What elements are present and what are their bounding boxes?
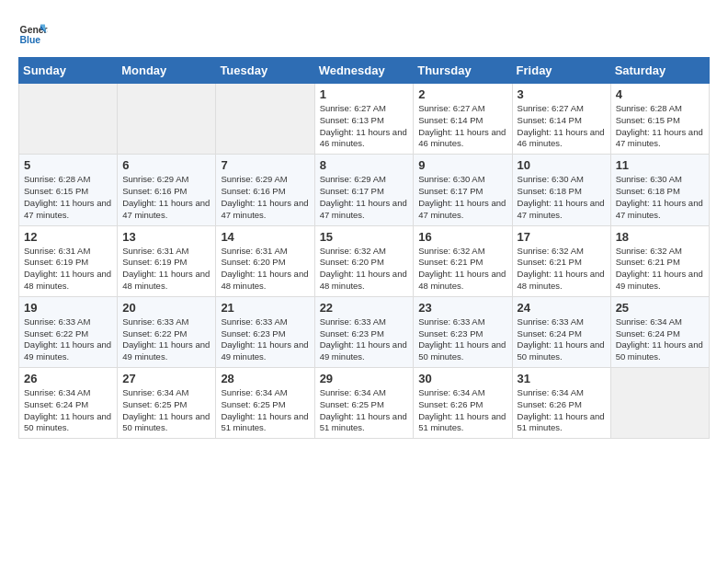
day-number: 28 [221, 372, 309, 385]
cell-text: Sunrise: 6:33 AM Sunset: 6:23 PM Dayligh… [320, 316, 409, 363]
cell-text: Sunrise: 6:32 AM Sunset: 6:21 PM Dayligh… [616, 246, 704, 293]
calendar-week-3: 12Sunrise: 6:31 AM Sunset: 6:19 PM Dayli… [19, 225, 710, 296]
calendar-week-1: 1Sunrise: 6:27 AM Sunset: 6:13 PM Daylig… [19, 84, 710, 155]
day-number: 14 [221, 230, 309, 244]
calendar-cell [19, 84, 118, 155]
weekday-header-thursday: Thursday [414, 58, 512, 84]
weekday-header-wednesday: Wednesday [314, 58, 414, 84]
calendar-cell [118, 84, 216, 155]
cell-text: Sunrise: 6:34 AM Sunset: 6:26 PM Dayligh… [518, 387, 606, 434]
calendar-cell: 15Sunrise: 6:32 AM Sunset: 6:20 PM Dayli… [314, 225, 414, 296]
cell-text: Sunrise: 6:32 AM Sunset: 6:20 PM Dayligh… [320, 246, 409, 293]
cell-text: Sunrise: 6:32 AM Sunset: 6:21 PM Dayligh… [518, 246, 606, 293]
cell-text: Sunrise: 6:29 AM Sunset: 6:17 PM Dayligh… [320, 174, 409, 221]
calendar-cell: 8Sunrise: 6:29 AM Sunset: 6:17 PM Daylig… [314, 155, 414, 225]
cell-text: Sunrise: 6:33 AM Sunset: 6:22 PM Dayligh… [24, 316, 112, 363]
cell-text: Sunrise: 6:30 AM Sunset: 6:18 PM Dayligh… [616, 174, 704, 221]
day-number: 21 [221, 301, 309, 315]
calendar-cell: 18Sunrise: 6:32 AM Sunset: 6:21 PM Dayli… [610, 225, 709, 296]
calendar-cell: 21Sunrise: 6:33 AM Sunset: 6:23 PM Dayli… [216, 296, 314, 367]
logo-icon: General Blue [18, 18, 48, 48]
calendar-cell: 30Sunrise: 6:34 AM Sunset: 6:26 PM Dayli… [414, 368, 512, 439]
calendar-cell: 23Sunrise: 6:33 AM Sunset: 6:23 PM Dayli… [414, 296, 512, 367]
calendar-cell: 25Sunrise: 6:34 AM Sunset: 6:24 PM Dayli… [610, 296, 709, 367]
calendar-cell: 14Sunrise: 6:31 AM Sunset: 6:20 PM Dayli… [216, 225, 314, 296]
day-number: 31 [518, 372, 606, 385]
cell-text: Sunrise: 6:34 AM Sunset: 6:24 PM Dayligh… [616, 316, 704, 363]
calendar-cell: 27Sunrise: 6:34 AM Sunset: 6:25 PM Dayli… [118, 368, 216, 439]
cell-text: Sunrise: 6:33 AM Sunset: 6:22 PM Dayligh… [122, 316, 210, 363]
calendar-week-5: 26Sunrise: 6:34 AM Sunset: 6:24 PM Dayli… [19, 368, 710, 439]
cell-text: Sunrise: 6:30 AM Sunset: 6:17 PM Dayligh… [418, 174, 506, 221]
calendar-header-row: SundayMondayTuesdayWednesdayThursdayFrid… [19, 58, 710, 84]
day-number: 1 [320, 87, 409, 101]
day-number: 23 [418, 301, 506, 315]
cell-text: Sunrise: 6:34 AM Sunset: 6:25 PM Dayligh… [122, 387, 210, 434]
calendar-cell: 9Sunrise: 6:30 AM Sunset: 6:17 PM Daylig… [414, 155, 512, 225]
cell-text: Sunrise: 6:27 AM Sunset: 6:14 PM Dayligh… [518, 103, 606, 150]
cell-text: Sunrise: 6:31 AM Sunset: 6:20 PM Dayligh… [221, 246, 309, 293]
calendar-cell: 7Sunrise: 6:29 AM Sunset: 6:16 PM Daylig… [216, 155, 314, 225]
day-number: 3 [518, 87, 606, 101]
calendar-cell: 24Sunrise: 6:33 AM Sunset: 6:24 PM Dayli… [512, 296, 610, 367]
weekday-header-tuesday: Tuesday [216, 58, 314, 84]
cell-text: Sunrise: 6:28 AM Sunset: 6:15 PM Dayligh… [616, 103, 704, 150]
calendar-cell: 29Sunrise: 6:34 AM Sunset: 6:25 PM Dayli… [314, 368, 414, 439]
cell-text: Sunrise: 6:30 AM Sunset: 6:18 PM Dayligh… [518, 174, 606, 221]
day-number: 2 [418, 87, 506, 101]
calendar-cell: 3Sunrise: 6:27 AM Sunset: 6:14 PM Daylig… [512, 84, 610, 155]
calendar-cell [610, 368, 709, 439]
day-number: 22 [320, 301, 409, 315]
calendar-week-4: 19Sunrise: 6:33 AM Sunset: 6:22 PM Dayli… [19, 296, 710, 367]
cell-text: Sunrise: 6:29 AM Sunset: 6:16 PM Dayligh… [221, 174, 309, 221]
weekday-header-sunday: Sunday [19, 58, 118, 84]
calendar-cell: 10Sunrise: 6:30 AM Sunset: 6:18 PM Dayli… [512, 155, 610, 225]
calendar-cell: 4Sunrise: 6:28 AM Sunset: 6:15 PM Daylig… [610, 84, 709, 155]
cell-text: Sunrise: 6:33 AM Sunset: 6:24 PM Dayligh… [518, 316, 606, 363]
calendar-cell: 6Sunrise: 6:29 AM Sunset: 6:16 PM Daylig… [118, 155, 216, 225]
day-number: 19 [24, 301, 112, 315]
cell-text: Sunrise: 6:31 AM Sunset: 6:19 PM Dayligh… [122, 246, 210, 293]
calendar-table: SundayMondayTuesdayWednesdayThursdayFrid… [18, 57, 710, 439]
cell-text: Sunrise: 6:34 AM Sunset: 6:24 PM Dayligh… [24, 387, 112, 434]
day-number: 5 [24, 158, 112, 172]
day-number: 29 [320, 372, 409, 385]
day-number: 18 [616, 230, 704, 244]
calendar-cell: 31Sunrise: 6:34 AM Sunset: 6:26 PM Dayli… [512, 368, 610, 439]
calendar-cell: 26Sunrise: 6:34 AM Sunset: 6:24 PM Dayli… [19, 368, 118, 439]
cell-text: Sunrise: 6:32 AM Sunset: 6:21 PM Dayligh… [418, 246, 506, 293]
calendar-cell: 5Sunrise: 6:28 AM Sunset: 6:15 PM Daylig… [19, 155, 118, 225]
day-number: 4 [616, 87, 704, 101]
svg-text:Blue: Blue [20, 35, 41, 45]
day-number: 6 [122, 158, 210, 172]
day-number: 15 [320, 230, 409, 244]
cell-text: Sunrise: 6:29 AM Sunset: 6:16 PM Dayligh… [122, 174, 210, 221]
cell-text: Sunrise: 6:31 AM Sunset: 6:19 PM Dayligh… [24, 246, 112, 293]
cell-text: Sunrise: 6:34 AM Sunset: 6:25 PM Dayligh… [221, 387, 309, 434]
day-number: 25 [616, 301, 704, 315]
calendar-cell: 17Sunrise: 6:32 AM Sunset: 6:21 PM Dayli… [512, 225, 610, 296]
weekday-header-saturday: Saturday [610, 58, 709, 84]
day-number: 20 [122, 301, 210, 315]
cell-text: Sunrise: 6:33 AM Sunset: 6:23 PM Dayligh… [221, 316, 309, 363]
day-number: 26 [24, 372, 112, 385]
calendar-cell: 1Sunrise: 6:27 AM Sunset: 6:13 PM Daylig… [314, 84, 414, 155]
day-number: 10 [518, 158, 606, 172]
calendar-cell: 20Sunrise: 6:33 AM Sunset: 6:22 PM Dayli… [118, 296, 216, 367]
calendar-cell: 22Sunrise: 6:33 AM Sunset: 6:23 PM Dayli… [314, 296, 414, 367]
day-number: 24 [518, 301, 606, 315]
calendar-cell: 12Sunrise: 6:31 AM Sunset: 6:19 PM Dayli… [19, 225, 118, 296]
weekday-header-friday: Friday [512, 58, 610, 84]
calendar-cell: 28Sunrise: 6:34 AM Sunset: 6:25 PM Dayli… [216, 368, 314, 439]
logo: General Blue [18, 18, 48, 48]
day-number: 8 [320, 158, 409, 172]
day-number: 30 [418, 372, 506, 385]
calendar-cell: 2Sunrise: 6:27 AM Sunset: 6:14 PM Daylig… [414, 84, 512, 155]
cell-text: Sunrise: 6:27 AM Sunset: 6:13 PM Dayligh… [320, 103, 409, 150]
cell-text: Sunrise: 6:28 AM Sunset: 6:15 PM Dayligh… [24, 174, 112, 221]
calendar-cell: 13Sunrise: 6:31 AM Sunset: 6:19 PM Dayli… [118, 225, 216, 296]
day-number: 7 [221, 158, 309, 172]
calendar-cell: 19Sunrise: 6:33 AM Sunset: 6:22 PM Dayli… [19, 296, 118, 367]
day-number: 13 [122, 230, 210, 244]
day-number: 16 [418, 230, 506, 244]
